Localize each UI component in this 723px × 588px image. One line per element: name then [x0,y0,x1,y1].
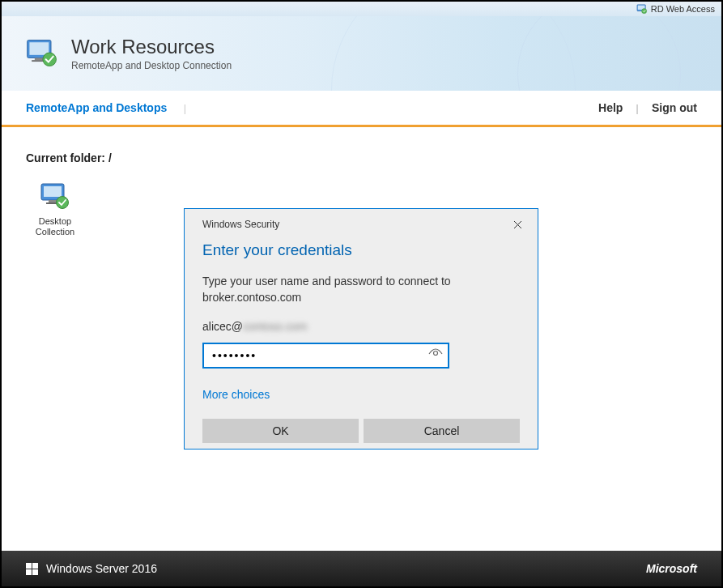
app-item-desktop-collection[interactable]: Desktop Collection [26,181,84,237]
close-icon [513,220,522,229]
desktop-collection-icon [39,181,71,213]
app-item-label: Desktop Collection [26,216,84,237]
help-link[interactable]: Help [598,101,623,114]
top-access-label: RD Web Access [651,4,715,14]
current-folder-label: Current folder: / [26,151,697,164]
dialog-username: alicec@contoso.com [202,320,520,333]
dialog-message: Type your user name and password to conn… [202,274,520,305]
dialog-heading: Enter your credentials [202,241,520,259]
header-banner: Work Resources RemoteApp and Desktop Con… [2,16,721,91]
password-input[interactable] [202,343,449,369]
svg-rect-5 [35,58,44,61]
svg-point-12 [57,197,69,209]
reveal-password-button[interactable] [428,348,443,363]
close-button[interactable] [510,217,525,232]
brand-label: Microsoft [646,562,697,575]
windows-logo-icon [26,563,38,575]
top-access-bar: RD Web Access [2,2,721,16]
svg-rect-10 [49,200,57,202]
svg-point-2 [641,9,646,14]
cancel-button[interactable]: Cancel [364,419,520,443]
ok-button[interactable]: OK [202,419,359,443]
nav-divider: | [184,102,186,114]
page-title: Work Resources [71,36,232,58]
page-subtitle: RemoteApp and Desktop Connection [71,60,232,71]
nav-bar: RemoteApp and Desktops | Help | Sign out [2,91,721,127]
signout-link[interactable]: Sign out [652,101,697,114]
eye-icon [428,348,443,360]
work-resources-icon [24,36,60,71]
windows-security-dialog: Windows Security Enter your credentials … [184,208,538,450]
tab-remoteapp-desktops[interactable]: RemoteApp and Desktops [26,101,167,114]
dialog-window-title: Windows Security [202,219,279,230]
os-label: Windows Server 2016 [46,562,157,575]
footer: Windows Server 2016 Microsoft [2,551,721,586]
svg-rect-9 [44,186,62,197]
nav-divider: | [636,102,639,114]
svg-point-7 [43,53,57,66]
svg-rect-4 [29,42,49,55]
rd-access-icon [636,3,648,15]
svg-point-13 [434,352,438,356]
more-choices-link[interactable]: More choices [202,388,520,401]
